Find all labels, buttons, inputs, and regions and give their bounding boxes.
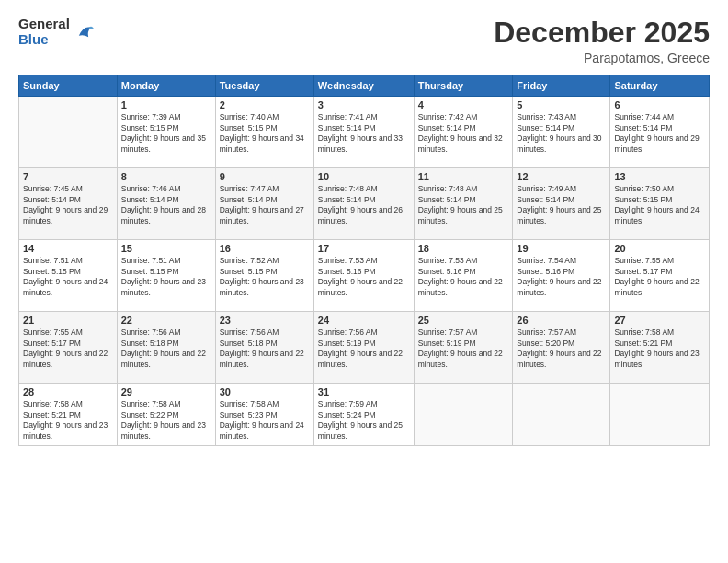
calendar-cell (19, 97, 118, 168)
header-saturday: Saturday (610, 75, 710, 97)
header-thursday: Thursday (414, 75, 513, 97)
calendar-cell: 27Sunrise: 7:58 AMSunset: 5:21 PMDayligh… (610, 312, 710, 384)
day-info: Sunrise: 7:51 AMSunset: 5:15 PMDaylight:… (121, 256, 211, 298)
day-number: 18 (418, 243, 509, 254)
calendar-cell: 24Sunrise: 7:56 AMSunset: 5:19 PMDayligh… (313, 312, 414, 384)
calendar-cell: 1Sunrise: 7:39 AMSunset: 5:15 PMDaylight… (117, 97, 215, 168)
calendar-cell: 29Sunrise: 7:58 AMSunset: 5:22 PMDayligh… (117, 384, 215, 446)
day-number: 20 (614, 243, 705, 254)
calendar-cell: 16Sunrise: 7:52 AMSunset: 5:15 PMDayligh… (215, 240, 313, 312)
day-number: 24 (318, 315, 410, 326)
logo-general: General (18, 17, 70, 32)
day-info: Sunrise: 7:56 AMSunset: 5:18 PMDaylight:… (121, 327, 211, 370)
day-info: Sunrise: 7:53 AMSunset: 5:16 PMDaylight:… (318, 256, 410, 298)
calendar-week-row-3: 14Sunrise: 7:51 AMSunset: 5:15 PMDayligh… (19, 240, 710, 312)
calendar-cell: 9Sunrise: 7:47 AMSunset: 5:14 PMDaylight… (215, 168, 313, 240)
header-friday: Friday (513, 75, 610, 97)
calendar-cell: 20Sunrise: 7:55 AMSunset: 5:17 PMDayligh… (610, 240, 710, 312)
day-number: 6 (614, 99, 705, 110)
calendar-cell (513, 384, 610, 446)
day-number: 2 (220, 99, 310, 110)
day-number: 9 (220, 171, 310, 182)
calendar-cell: 26Sunrise: 7:57 AMSunset: 5:20 PMDayligh… (513, 312, 610, 384)
day-number: 21 (23, 315, 113, 326)
day-info: Sunrise: 7:45 AMSunset: 5:14 PMDaylight:… (23, 184, 113, 226)
calendar-cell: 23Sunrise: 7:56 AMSunset: 5:18 PMDayligh… (215, 312, 313, 384)
logo: General Blue (18, 17, 94, 47)
logo-icon (74, 22, 94, 42)
calendar-cell: 14Sunrise: 7:51 AMSunset: 5:15 PMDayligh… (19, 240, 118, 312)
day-info: Sunrise: 7:53 AMSunset: 5:16 PMDaylight:… (418, 256, 509, 298)
day-info: Sunrise: 7:55 AMSunset: 5:17 PMDaylight:… (614, 256, 705, 298)
day-info: Sunrise: 7:48 AMSunset: 5:14 PMDaylight:… (318, 184, 410, 226)
header-tuesday: Tuesday (215, 75, 313, 97)
day-info: Sunrise: 7:56 AMSunset: 5:19 PMDaylight:… (318, 327, 410, 370)
month-title: December 2025 (494, 17, 710, 49)
header: General Blue December 2025 Parapotamos, … (18, 17, 710, 65)
day-number: 31 (318, 386, 410, 397)
calendar-cell: 3Sunrise: 7:41 AMSunset: 5:14 PMDaylight… (313, 97, 414, 168)
calendar-cell: 28Sunrise: 7:58 AMSunset: 5:21 PMDayligh… (19, 384, 118, 446)
day-info: Sunrise: 7:51 AMSunset: 5:15 PMDaylight:… (23, 256, 113, 298)
day-info: Sunrise: 7:46 AMSunset: 5:14 PMDaylight:… (121, 184, 211, 226)
day-info: Sunrise: 7:59 AMSunset: 5:24 PMDaylight:… (318, 399, 410, 442)
header-monday: Monday (117, 75, 215, 97)
day-info: Sunrise: 7:58 AMSunset: 5:21 PMDaylight:… (23, 399, 113, 442)
day-number: 3 (318, 99, 410, 110)
calendar-cell: 2Sunrise: 7:40 AMSunset: 5:15 PMDaylight… (215, 97, 313, 168)
calendar-cell: 5Sunrise: 7:43 AMSunset: 5:14 PMDaylight… (513, 97, 610, 168)
day-info: Sunrise: 7:42 AMSunset: 5:14 PMDaylight:… (418, 112, 509, 155)
day-info: Sunrise: 7:48 AMSunset: 5:14 PMDaylight:… (418, 184, 509, 226)
day-info: Sunrise: 7:40 AMSunset: 5:15 PMDaylight:… (220, 112, 310, 155)
header-wednesday: Wednesday (313, 75, 414, 97)
day-number: 14 (23, 243, 113, 254)
day-info: Sunrise: 7:44 AMSunset: 5:14 PMDaylight:… (614, 112, 705, 155)
day-info: Sunrise: 7:43 AMSunset: 5:14 PMDaylight:… (517, 112, 606, 155)
day-info: Sunrise: 7:55 AMSunset: 5:17 PMDaylight:… (23, 327, 113, 370)
day-number: 23 (220, 315, 310, 326)
day-number: 4 (418, 99, 509, 110)
day-number: 19 (517, 243, 606, 254)
day-info: Sunrise: 7:57 AMSunset: 5:20 PMDaylight:… (517, 327, 606, 370)
day-number: 10 (318, 171, 410, 182)
calendar-cell: 12Sunrise: 7:49 AMSunset: 5:14 PMDayligh… (513, 168, 610, 240)
location-subtitle: Parapotamos, Greece (494, 51, 710, 65)
calendar-cell: 13Sunrise: 7:50 AMSunset: 5:15 PMDayligh… (610, 168, 710, 240)
day-number: 16 (220, 243, 310, 254)
day-info: Sunrise: 7:57 AMSunset: 5:19 PMDaylight:… (418, 327, 509, 370)
calendar-header-row: Sunday Monday Tuesday Wednesday Thursday… (19, 75, 710, 97)
calendar-cell: 15Sunrise: 7:51 AMSunset: 5:15 PMDayligh… (117, 240, 215, 312)
day-number: 11 (418, 171, 509, 182)
calendar-cell: 10Sunrise: 7:48 AMSunset: 5:14 PMDayligh… (313, 168, 414, 240)
day-number: 26 (517, 315, 606, 326)
day-info: Sunrise: 7:50 AMSunset: 5:15 PMDaylight:… (614, 184, 705, 226)
calendar-week-row-2: 7Sunrise: 7:45 AMSunset: 5:14 PMDaylight… (19, 168, 710, 240)
day-number: 17 (318, 243, 410, 254)
calendar-cell: 21Sunrise: 7:55 AMSunset: 5:17 PMDayligh… (19, 312, 118, 384)
day-number: 30 (220, 386, 310, 397)
calendar-week-row-1: 1Sunrise: 7:39 AMSunset: 5:15 PMDaylight… (19, 97, 710, 168)
day-number: 1 (121, 99, 211, 110)
calendar-cell: 11Sunrise: 7:48 AMSunset: 5:14 PMDayligh… (414, 168, 513, 240)
calendar-cell: 25Sunrise: 7:57 AMSunset: 5:19 PMDayligh… (414, 312, 513, 384)
title-block: December 2025 Parapotamos, Greece (494, 17, 710, 65)
day-number: 22 (121, 315, 211, 326)
day-info: Sunrise: 7:58 AMSunset: 5:22 PMDaylight:… (121, 399, 211, 442)
calendar-table: Sunday Monday Tuesday Wednesday Thursday… (18, 75, 710, 446)
calendar-cell: 17Sunrise: 7:53 AMSunset: 5:16 PMDayligh… (313, 240, 414, 312)
day-number: 29 (121, 386, 211, 397)
day-number: 7 (23, 171, 113, 182)
day-info: Sunrise: 7:49 AMSunset: 5:14 PMDaylight:… (517, 184, 606, 226)
calendar-cell: 30Sunrise: 7:58 AMSunset: 5:23 PMDayligh… (215, 384, 313, 446)
day-info: Sunrise: 7:47 AMSunset: 5:14 PMDaylight:… (220, 184, 310, 226)
day-number: 13 (614, 171, 705, 182)
day-info: Sunrise: 7:54 AMSunset: 5:16 PMDaylight:… (517, 256, 606, 298)
day-number: 5 (517, 99, 606, 110)
day-number: 8 (121, 171, 211, 182)
day-info: Sunrise: 7:58 AMSunset: 5:21 PMDaylight:… (614, 327, 705, 370)
calendar-week-row-4: 21Sunrise: 7:55 AMSunset: 5:17 PMDayligh… (19, 312, 710, 384)
calendar-cell: 7Sunrise: 7:45 AMSunset: 5:14 PMDaylight… (19, 168, 118, 240)
calendar-week-row-5: 28Sunrise: 7:58 AMSunset: 5:21 PMDayligh… (19, 384, 710, 446)
day-info: Sunrise: 7:56 AMSunset: 5:18 PMDaylight:… (220, 327, 310, 370)
day-number: 12 (517, 171, 606, 182)
